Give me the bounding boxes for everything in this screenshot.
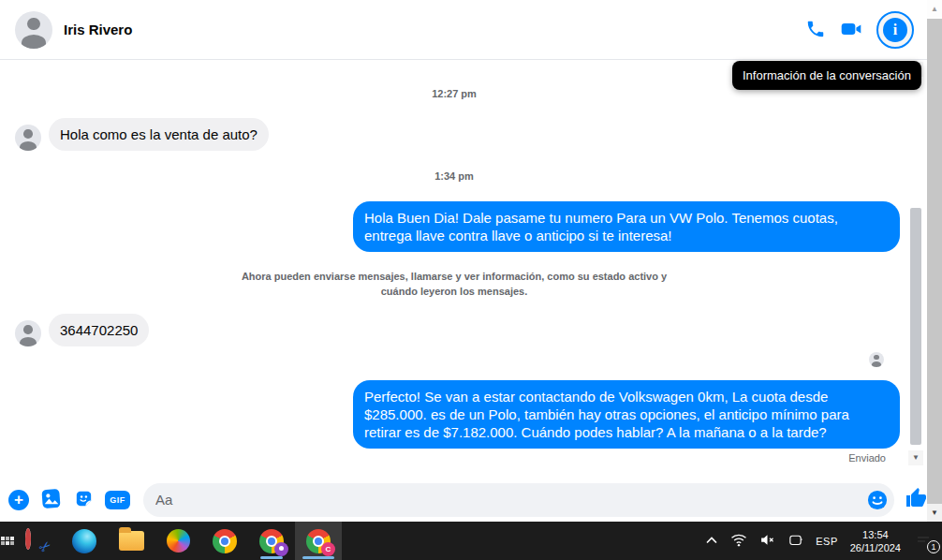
system-tray: ESP 13:54 26/11/2024 1 bbox=[705, 528, 942, 554]
attach-photo-button[interactable] bbox=[39, 487, 63, 513]
sticker-icon bbox=[73, 488, 95, 512]
emoji-icon bbox=[867, 490, 888, 513]
emoji-button[interactable] bbox=[867, 490, 888, 513]
video-call-button[interactable] bbox=[839, 17, 863, 44]
message-input[interactable] bbox=[143, 492, 836, 508]
message-row-incoming: Hola como es la venta de auto? bbox=[15, 118, 269, 151]
chrome-icon: C bbox=[306, 529, 331, 553]
incoming-message-bubble[interactable]: Hola como es la venta de auto? bbox=[49, 118, 269, 151]
system-notice: Ahora pueden enviarse mensajes, llamarse… bbox=[227, 269, 682, 299]
sender-avatar bbox=[15, 125, 41, 151]
page-scrollbar[interactable]: ▲ ▼ bbox=[927, 0, 942, 522]
plus-icon: + bbox=[8, 490, 29, 510]
like-button[interactable] bbox=[905, 487, 927, 512]
page-scrollbar-thumb[interactable] bbox=[927, 19, 942, 504]
message-row-incoming: 3644702250 bbox=[15, 314, 149, 346]
file-explorer-icon bbox=[119, 531, 144, 551]
sticker-button[interactable] bbox=[73, 488, 95, 512]
photo-icon bbox=[39, 487, 63, 513]
incoming-message-bubble[interactable]: 3644702250 bbox=[49, 314, 149, 346]
chat-scrollbar[interactable]: ▲ ▼ bbox=[908, 60, 923, 478]
thumbs-up-icon bbox=[905, 487, 927, 512]
page-scroll-down-arrow-icon[interactable]: ▼ bbox=[927, 505, 942, 522]
outgoing-message-bubble[interactable]: Perfecto! Se van a estar contactando de … bbox=[353, 380, 900, 449]
taskbar-item-chrome-profile-2-active[interactable]: C bbox=[295, 522, 342, 560]
info-focus-ring: i bbox=[876, 11, 914, 49]
tooltip-conversation-info: Información de la conversación bbox=[732, 61, 921, 90]
windows-taskbar: C ESP 13:54 26/11/2024 bbox=[0, 522, 942, 560]
tray-time: 13:54 bbox=[850, 528, 901, 541]
sender-avatar bbox=[15, 320, 41, 346]
tray-overflow-button[interactable] bbox=[705, 534, 718, 548]
message-composer: + GIF bbox=[0, 478, 927, 522]
screen-device-icon bbox=[787, 533, 803, 550]
video-camera-icon bbox=[839, 17, 863, 44]
taskbar-item-chrome-profile-1[interactable] bbox=[248, 522, 295, 560]
scroll-down-arrow-icon[interactable]: ▼ bbox=[908, 450, 923, 465]
message-row-outgoing: Perfecto! Se van a estar contactando de … bbox=[353, 380, 900, 449]
taskbar-item-chrome[interactable] bbox=[201, 522, 248, 560]
taskbar-edge-icon[interactable] bbox=[1, 529, 14, 553]
outgoing-message-bubble[interactable]: Hola Buen Dia! Dale pasame tu numero Par… bbox=[353, 201, 900, 252]
tray-cast-button[interactable] bbox=[787, 533, 803, 550]
gif-icon: GIF bbox=[105, 491, 130, 509]
open-app-indicator bbox=[260, 556, 283, 559]
tray-date: 26/11/2024 bbox=[850, 541, 901, 554]
message-input-field[interactable] bbox=[143, 483, 894, 517]
chrome-profile-letter-badge: C bbox=[321, 542, 335, 556]
header-actions: i bbox=[805, 0, 914, 60]
more-actions-button[interactable]: + bbox=[8, 490, 29, 510]
tray-language-indicator[interactable]: ESP bbox=[816, 536, 838, 547]
timestamp: 1:34 pm bbox=[0, 170, 908, 182]
taskbar-item-copilot[interactable] bbox=[155, 522, 201, 560]
notification-center-button[interactable]: 1 bbox=[915, 533, 935, 550]
tray-wifi-button[interactable] bbox=[730, 533, 747, 550]
wifi-icon bbox=[730, 533, 747, 550]
conversation-header: Iris Rivero i bbox=[0, 0, 927, 60]
copilot-icon bbox=[167, 529, 190, 553]
chrome-icon bbox=[213, 529, 237, 553]
edge-icon bbox=[72, 529, 96, 553]
taskbar-item-snipping-tool[interactable] bbox=[14, 522, 61, 560]
snipping-tool-icon bbox=[25, 531, 50, 552]
chrome-profile-avatar-badge bbox=[274, 542, 288, 556]
page-scroll-up-arrow-icon[interactable]: ▲ bbox=[927, 0, 942, 19]
speaker-muted-icon bbox=[759, 533, 775, 550]
contact-avatar[interactable] bbox=[15, 11, 52, 49]
tray-clock[interactable]: 13:54 26/11/2024 bbox=[850, 528, 901, 554]
audio-call-button[interactable] bbox=[805, 19, 826, 42]
chat-scrollbar-thumb[interactable] bbox=[910, 208, 921, 445]
contact-name[interactable]: Iris Rivero bbox=[64, 22, 132, 37]
taskbar-item-file-explorer[interactable] bbox=[108, 522, 155, 560]
taskbar-item-edge[interactable] bbox=[61, 522, 108, 560]
conversation-info-button[interactable]: i bbox=[876, 11, 914, 49]
info-icon: i bbox=[883, 18, 907, 42]
chrome-icon bbox=[259, 529, 284, 553]
message-row-outgoing: Hola Buen Dia! Dale pasame tu numero Par… bbox=[353, 201, 900, 252]
delivered-indicator bbox=[869, 352, 884, 367]
sent-status: Enviado bbox=[848, 452, 886, 464]
message-list: 12:27 pm Hola como es la venta de auto? … bbox=[0, 60, 908, 478]
gif-button[interactable]: GIF bbox=[105, 491, 130, 509]
seen-avatar-icon bbox=[869, 352, 884, 367]
notification-count-badge: 1 bbox=[927, 540, 940, 553]
tray-volume-button[interactable] bbox=[759, 533, 775, 550]
phone-icon bbox=[805, 19, 826, 42]
chevron-up-icon bbox=[705, 534, 718, 548]
open-app-indicator bbox=[302, 556, 334, 559]
